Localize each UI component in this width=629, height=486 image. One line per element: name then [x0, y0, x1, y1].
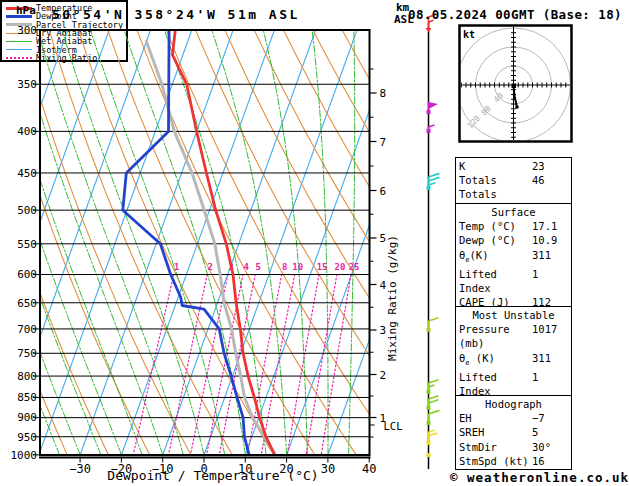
panel-row-label: θe (K)	[459, 351, 532, 370]
hodograph: 4080120kt	[457, 26, 572, 143]
plot-frame	[40, 30, 370, 455]
pressure-tick-label: 600	[17, 268, 37, 281]
panel-row-value: 311	[532, 248, 568, 267]
panel-row: StmDir30°	[459, 440, 568, 454]
km-tick-label: 2	[380, 369, 387, 382]
panel-section-title: Hodograph	[459, 397, 568, 411]
panel-row-label: StmSpd (kt)	[459, 454, 532, 468]
x-axis-title: Dewpoint / Temperature (°C)	[107, 468, 318, 483]
panel-row: SREH5	[459, 425, 568, 439]
km-tick-label: 8	[380, 87, 387, 100]
panel-row-value: 5	[532, 425, 568, 439]
run-datetime: 08.05.2024 00GMT (Base: 18)	[408, 7, 622, 22]
pressure-tick-label: 900	[17, 411, 37, 424]
mixing-ratio-axis-title: Mixing Ratio (g/kg)	[386, 235, 399, 361]
panel-row: StmSpd (kt)16	[459, 454, 568, 468]
temp-tick-label: 40	[362, 462, 376, 476]
panel-row-value: 16	[532, 454, 568, 468]
pressure-unit-label: hPa	[16, 4, 36, 17]
panel-row: Dewp (°C)10.9	[459, 233, 568, 247]
panel-row-label: K	[459, 159, 532, 173]
panel-row: Lifted Index1	[459, 267, 568, 295]
panel-row: θe(K)311	[459, 248, 568, 267]
temp-tick-label: −30	[69, 462, 91, 476]
pressure-tick-label: 700	[17, 323, 37, 336]
lcl-label: LCL	[384, 420, 403, 432]
panel-row-label: EH	[459, 411, 532, 425]
copyright: © weatheronline.co.uk	[450, 470, 629, 485]
mixing-ratio-value: 2	[208, 262, 213, 272]
mixing-ratio-value: 1	[174, 262, 179, 272]
mixing-ratio-value: 10	[292, 262, 303, 272]
pressure-tick-label: 550	[17, 238, 37, 251]
panel-row: θe (K)311	[459, 351, 568, 370]
pressure-tick-label: 950	[17, 431, 37, 444]
pressure-tick-label: 750	[17, 347, 37, 360]
pressure-tick-label: 300	[17, 24, 37, 37]
panel-row-label: θe(K)	[459, 248, 532, 267]
panel-row-label: Totals Totals	[459, 173, 532, 201]
pressure-tick-label: 450	[17, 167, 37, 180]
panel-row-value: 23	[532, 159, 568, 173]
panel-row: Totals Totals46	[459, 173, 568, 201]
pressure-tick-label: 800	[17, 370, 37, 383]
panel-box-4: HodographEH−7SREH5StmDir30°StmSpd (kt)16	[455, 395, 572, 470]
panel-row: K23	[459, 159, 568, 173]
panel-row-value: 1017	[532, 322, 568, 350]
panel-row-value: 30°	[532, 440, 568, 454]
panel-row-value: −7	[532, 411, 568, 425]
panel-row-label: SREH	[459, 425, 532, 439]
panel-row-value: 46	[532, 173, 568, 201]
mixing-ratio-value: 20	[335, 262, 346, 272]
panel-row-value: 311	[532, 351, 568, 370]
panel-section-title: Surface	[459, 205, 568, 219]
hodograph-unit-label: kt	[463, 29, 475, 40]
panel-row: EH−7	[459, 411, 568, 425]
pressure-tick-label: 850	[17, 391, 37, 404]
panel-row-label: Dewp (°C)	[459, 233, 532, 247]
mixing-ratio-value: 8	[282, 262, 287, 272]
panel-row-value: 17.1	[532, 219, 568, 233]
panel-row-label: Temp (°C)	[459, 219, 532, 233]
panel-section-title: Most Unstable	[459, 308, 568, 322]
mixing-ratio-value: 4	[243, 262, 249, 272]
km-tick-label: 7	[380, 136, 387, 149]
wind-barb-column	[426, 14, 440, 469]
mixing-ratio-value: 25	[349, 262, 360, 272]
panel-row-label: StmDir	[459, 440, 532, 454]
pressure-tick-label: 350	[17, 78, 37, 91]
panel-row: Temp (°C)17.1	[459, 219, 568, 233]
sounding-screenshot: 1234581015202530035040045050055060065070…	[0, 0, 629, 486]
panel-row-label: Pressure (mb)	[459, 322, 532, 350]
mixing-ratio-value: 15	[317, 262, 328, 272]
panel-row: Pressure (mb)1017	[459, 322, 568, 350]
pressure-tick-label: 400	[17, 125, 37, 138]
km-tick-label: 6	[380, 185, 387, 198]
panel-row-label: Lifted Index	[459, 267, 532, 295]
temp-tick-label: 30	[321, 462, 335, 476]
pressure-tick-label: 650	[17, 297, 37, 310]
pressure-tick-label: 500	[17, 204, 37, 217]
pressure-tick-label: 1000	[11, 449, 38, 462]
mixing-ratio-value: 5	[256, 262, 261, 272]
panel-row-value: 1	[532, 267, 568, 295]
station-title: 50°54'N 358°24'W 51m ASL	[52, 7, 300, 22]
panel-row-value: 10.9	[532, 233, 568, 247]
